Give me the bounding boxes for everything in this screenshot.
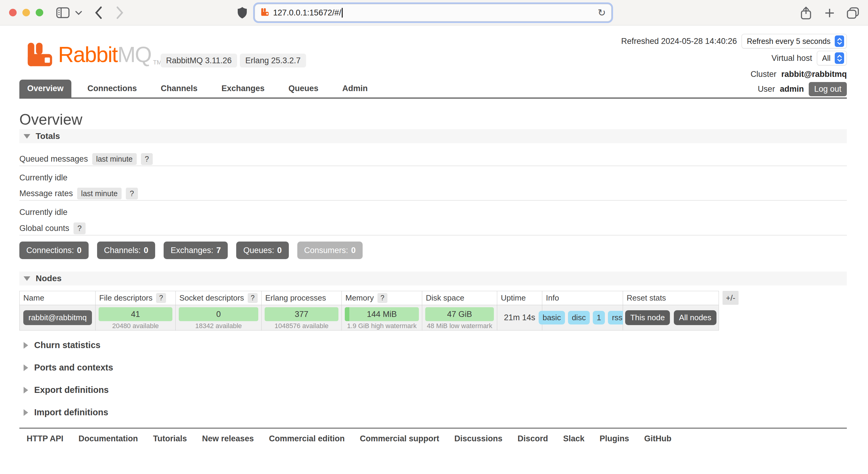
queued-help-icon[interactable]: ? — [141, 153, 153, 165]
tab-channels[interactable]: Channels — [153, 80, 206, 97]
file-descriptors-cell: 41 20480 available — [96, 305, 176, 330]
col-file-descriptors: File descriptors? — [96, 291, 176, 305]
col-reset-stats: Reset stats — [623, 291, 719, 305]
node-name-cell: rabbit@rabbitmq — [20, 305, 96, 330]
rabbitmq-logo-icon — [26, 40, 54, 68]
consumers-counter[interactable]: Consumers:0 — [297, 241, 363, 259]
footer-link-commercial-support[interactable]: Commercial support — [360, 434, 439, 443]
churn-statistics-section[interactable]: Churn statistics — [24, 340, 100, 350]
close-window-button[interactable] — [9, 9, 17, 16]
footer-link-documentation[interactable]: Documentation — [79, 434, 138, 443]
col-disk-space: Disk space — [422, 291, 497, 305]
queues-counter[interactable]: Queues:0 — [236, 241, 288, 259]
tab-admin[interactable]: Admin — [335, 80, 376, 97]
sidebar-icon[interactable] — [56, 7, 69, 18]
nodes-section-header[interactable]: Nodes — [19, 271, 847, 286]
socket-descriptors-cell: 0 18342 available — [176, 305, 261, 330]
footer-link-plugins[interactable]: Plugins — [599, 434, 629, 443]
select-stepper-icon — [835, 52, 844, 64]
export-definitions-section[interactable]: Export definitions — [24, 385, 109, 395]
file-descriptors-available: 20480 available — [96, 322, 176, 330]
memory-watermark: 1.9 GiB high watermark — [342, 322, 422, 330]
back-icon[interactable] — [94, 6, 103, 19]
col-name: Name — [20, 291, 96, 305]
ports-and-contexts-section[interactable]: Ports and contexts — [24, 363, 113, 373]
expand-triangle-icon — [24, 364, 28, 371]
import-definitions-section[interactable]: Import definitions — [24, 407, 108, 417]
main-nav-tabs: Overview Connections Channels Exchanges … — [19, 79, 847, 99]
tab-queues[interactable]: Queues — [281, 80, 326, 97]
rates-range-chip[interactable]: last minute — [77, 188, 122, 200]
footer-link-tutorials[interactable]: Tutorials — [153, 434, 187, 443]
share-icon[interactable] — [801, 7, 811, 19]
queued-messages-row: Queued messages last minute ? — [19, 152, 847, 166]
url-text: 127.0.0.1:15672/#/ — [273, 8, 341, 18]
col-info: Info — [542, 291, 623, 305]
footer-link-github[interactable]: GitHub — [644, 434, 672, 443]
channels-counter[interactable]: Channels:0 — [97, 241, 155, 259]
rates-help-icon[interactable]: ? — [126, 188, 138, 200]
file-descriptors-gauge: 41 — [99, 307, 173, 321]
rabbitmq-page: RabbitMQ TM RabbitMQ 3.11.26 Erlang 25.3… — [0, 25, 868, 474]
footer-link-http-api[interactable]: HTTP API — [27, 434, 63, 443]
global-help-icon[interactable]: ? — [73, 223, 86, 234]
expand-triangle-icon — [24, 387, 28, 393]
info-cell: basic disc 1 rss — [542, 305, 623, 330]
col-uptime: Uptime — [497, 291, 542, 305]
memory-help-icon[interactable]: ? — [377, 293, 388, 303]
window-controls — [9, 9, 43, 16]
disk-space-gauge: 47 GiB — [425, 307, 494, 321]
node-name-badge[interactable]: rabbit@rabbitmq — [23, 310, 92, 325]
tab-overview-icon[interactable] — [847, 7, 859, 19]
browser-toolbar: 127.0.0.1:15672/#/ ↻ — [0, 0, 868, 25]
info-badge-disc[interactable]: disc — [568, 311, 590, 324]
reset-this-node-button[interactable]: This node — [625, 310, 670, 325]
tab-overview[interactable]: Overview — [19, 80, 71, 97]
message-rates-row: Message rates last minute ? — [19, 187, 847, 201]
sd-help-icon[interactable]: ? — [248, 293, 258, 303]
erlang-processes-cell: 377 1048576 available — [261, 305, 342, 330]
refresh-interval-select[interactable]: Refresh every 5 seconds — [742, 34, 847, 49]
footer-link-commercial-edition[interactable]: Commercial edition — [269, 434, 345, 443]
disk-watermark: 48 MiB low watermark — [422, 322, 497, 330]
cluster-label: Cluster — [751, 70, 777, 79]
erlang-processes-available: 1048576 available — [261, 322, 341, 330]
col-erlang-processes: Erlang processes — [261, 291, 342, 305]
new-tab-plus-icon[interactable] — [825, 8, 835, 18]
minimize-window-button[interactable] — [22, 9, 30, 16]
privacy-shield-icon[interactable] — [238, 7, 247, 19]
global-counters: Connections:0 Channels:0 Exchanges:7 Que… — [19, 241, 363, 259]
footer-link-slack[interactable]: Slack — [563, 434, 585, 443]
rabbitmq-logo[interactable]: RabbitMQ TM — [26, 40, 162, 68]
footer-link-new-releases[interactable]: New releases — [202, 434, 254, 443]
queued-range-chip[interactable]: last minute — [92, 153, 137, 165]
uptime-cell: 21m 14s — [497, 305, 542, 330]
sidebar-chevron-down-icon[interactable] — [75, 10, 82, 15]
footer-link-discord[interactable]: Discord — [518, 434, 548, 443]
queued-idle-status: Currently idle — [19, 173, 67, 182]
refreshed-timestamp: Refreshed 2024-05-28 14:40:26 — [621, 37, 737, 46]
zoom-window-button[interactable] — [36, 9, 43, 16]
tab-connections[interactable]: Connections — [80, 80, 145, 97]
reload-icon[interactable]: ↻ — [598, 7, 606, 19]
global-counts-row: Global counts ? — [19, 221, 847, 236]
column-toggle-button[interactable]: +/- — [722, 291, 739, 305]
totals-section-header[interactable]: Totals — [19, 129, 847, 143]
exchanges-counter[interactable]: Exchanges:7 — [164, 241, 228, 259]
forward-icon[interactable] — [116, 6, 124, 19]
virtual-host-select[interactable]: All — [817, 51, 847, 65]
reset-all-nodes-button[interactable]: All nodes — [674, 310, 716, 325]
address-bar[interactable]: 127.0.0.1:15672/#/ ↻ — [255, 4, 612, 22]
rates-idle-status: Currently idle — [19, 208, 67, 217]
fd-help-icon[interactable]: ? — [156, 293, 166, 303]
uptime-value: 21m 14s — [497, 313, 542, 322]
info-badge-1[interactable]: 1 — [593, 311, 605, 324]
connections-counter[interactable]: Connections:0 — [19, 241, 89, 259]
info-badge-basic[interactable]: basic — [539, 311, 565, 324]
footer-link-discussions[interactable]: Discussions — [454, 434, 502, 443]
footer-divider — [19, 428, 847, 428]
expand-triangle-icon — [24, 342, 28, 349]
rabbitmq-wordmark: RabbitMQ — [58, 40, 151, 68]
tab-exchanges[interactable]: Exchanges — [214, 80, 273, 97]
footer-links: HTTP API Documentation Tutorials New rel… — [27, 434, 672, 443]
